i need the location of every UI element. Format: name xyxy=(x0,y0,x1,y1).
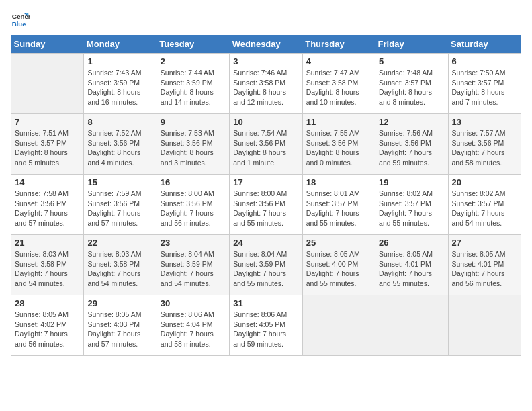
day-info: Sunrise: 7:53 AM Sunset: 3:56 PM Dayligh… xyxy=(161,128,226,168)
day-cell xyxy=(375,295,448,356)
day-number: 7 xyxy=(15,117,80,127)
day-info: Sunrise: 7:43 AM Sunset: 3:59 PM Dayligh… xyxy=(87,68,152,107)
day-info: Sunrise: 8:02 AM Sunset: 3:57 PM Dayligh… xyxy=(452,189,517,228)
day-number: 9 xyxy=(161,117,226,127)
day-number: 25 xyxy=(306,238,371,248)
day-cell: 10Sunrise: 7:54 AM Sunset: 3:56 PM Dayli… xyxy=(230,114,302,175)
day-number: 16 xyxy=(161,177,226,187)
day-cell: 9Sunrise: 7:53 AM Sunset: 3:56 PM Daylig… xyxy=(157,114,229,175)
header-cell-sunday: Sunday xyxy=(11,35,84,54)
day-info: Sunrise: 8:06 AM Sunset: 4:05 PM Dayligh… xyxy=(233,310,298,349)
day-info: Sunrise: 7:48 AM Sunset: 3:57 PM Dayligh… xyxy=(379,68,444,107)
day-cell: 29Sunrise: 8:05 AM Sunset: 4:03 PM Dayli… xyxy=(84,295,157,356)
day-cell: 31Sunrise: 8:06 AM Sunset: 4:05 PM Dayli… xyxy=(230,295,302,356)
day-info: Sunrise: 8:04 AM Sunset: 3:59 PM Dayligh… xyxy=(161,249,226,289)
week-row-5: 28Sunrise: 8:05 AM Sunset: 4:02 PM Dayli… xyxy=(11,295,521,356)
day-cell: 3Sunrise: 7:46 AM Sunset: 3:58 PM Daylig… xyxy=(230,54,302,114)
header-cell-wednesday: Wednesday xyxy=(230,35,302,54)
day-number: 31 xyxy=(233,298,298,308)
day-cell: 18Sunrise: 8:01 AM Sunset: 3:57 PM Dayli… xyxy=(302,175,375,235)
day-number: 28 xyxy=(15,298,80,308)
day-cell: 22Sunrise: 8:03 AM Sunset: 3:58 PM Dayli… xyxy=(84,235,157,295)
day-cell: 27Sunrise: 8:05 AM Sunset: 4:01 PM Dayli… xyxy=(448,235,521,295)
day-info: Sunrise: 7:56 AM Sunset: 3:56 PM Dayligh… xyxy=(379,128,444,168)
day-info: Sunrise: 8:03 AM Sunset: 3:58 PM Dayligh… xyxy=(15,249,80,289)
day-info: Sunrise: 8:01 AM Sunset: 3:57 PM Dayligh… xyxy=(306,189,371,228)
calendar-header: SundayMondayTuesdayWednesdayThursdayFrid… xyxy=(11,35,521,54)
day-cell: 28Sunrise: 8:05 AM Sunset: 4:02 PM Dayli… xyxy=(11,295,84,356)
day-cell: 20Sunrise: 8:02 AM Sunset: 3:57 PM Dayli… xyxy=(448,175,521,235)
day-number: 22 xyxy=(87,238,152,248)
header-cell-friday: Friday xyxy=(375,35,448,54)
day-number: 2 xyxy=(161,56,226,66)
day-cell: 17Sunrise: 8:00 AM Sunset: 3:56 PM Dayli… xyxy=(230,175,302,235)
day-number: 6 xyxy=(452,56,517,66)
day-info: Sunrise: 8:05 AM Sunset: 4:02 PM Dayligh… xyxy=(15,310,80,349)
day-info: Sunrise: 8:05 AM Sunset: 4:01 PM Dayligh… xyxy=(379,249,444,289)
day-number: 27 xyxy=(452,238,517,248)
day-info: Sunrise: 7:57 AM Sunset: 3:56 PM Dayligh… xyxy=(452,128,517,168)
day-number: 11 xyxy=(306,117,371,127)
day-info: Sunrise: 8:00 AM Sunset: 3:56 PM Dayligh… xyxy=(161,189,226,228)
day-number: 4 xyxy=(306,56,371,66)
header-cell-thursday: Thursday xyxy=(302,35,375,54)
day-number: 10 xyxy=(233,117,298,127)
day-cell: 8Sunrise: 7:52 AM Sunset: 3:56 PM Daylig… xyxy=(84,114,157,175)
day-cell: 25Sunrise: 8:05 AM Sunset: 4:00 PM Dayli… xyxy=(302,235,375,295)
day-info: Sunrise: 7:52 AM Sunset: 3:56 PM Dayligh… xyxy=(87,128,152,168)
day-cell: 21Sunrise: 8:03 AM Sunset: 3:58 PM Dayli… xyxy=(11,235,84,295)
day-number: 13 xyxy=(452,117,517,127)
day-info: Sunrise: 8:03 AM Sunset: 3:58 PM Dayligh… xyxy=(87,249,152,289)
day-info: Sunrise: 7:59 AM Sunset: 3:56 PM Dayligh… xyxy=(87,189,152,228)
day-info: Sunrise: 7:58 AM Sunset: 3:56 PM Dayligh… xyxy=(15,189,80,228)
day-cell xyxy=(11,54,84,114)
header-row: SundayMondayTuesdayWednesdayThursdayFrid… xyxy=(11,35,521,54)
day-cell: 15Sunrise: 7:59 AM Sunset: 3:56 PM Dayli… xyxy=(84,175,157,235)
day-cell: 2Sunrise: 7:44 AM Sunset: 3:59 PM Daylig… xyxy=(157,54,229,114)
day-number: 17 xyxy=(233,177,298,187)
day-cell: 7Sunrise: 7:51 AM Sunset: 3:57 PM Daylig… xyxy=(11,114,84,175)
day-cell: 12Sunrise: 7:56 AM Sunset: 3:56 PM Dayli… xyxy=(375,114,448,175)
day-cell: 30Sunrise: 8:06 AM Sunset: 4:04 PM Dayli… xyxy=(157,295,229,356)
logo-icon: General Blue xyxy=(11,11,30,30)
day-cell: 24Sunrise: 8:04 AM Sunset: 3:59 PM Dayli… xyxy=(230,235,302,295)
day-info: Sunrise: 7:55 AM Sunset: 3:56 PM Dayligh… xyxy=(306,128,371,168)
day-number: 8 xyxy=(87,117,152,127)
day-number: 12 xyxy=(379,117,444,127)
header: General Blue xyxy=(11,11,521,30)
day-cell: 4Sunrise: 7:47 AM Sunset: 3:58 PM Daylig… xyxy=(302,54,375,114)
day-info: Sunrise: 7:44 AM Sunset: 3:59 PM Dayligh… xyxy=(161,68,226,107)
day-cell: 11Sunrise: 7:55 AM Sunset: 3:56 PM Dayli… xyxy=(302,114,375,175)
day-info: Sunrise: 8:00 AM Sunset: 3:56 PM Dayligh… xyxy=(233,189,298,228)
calendar-table: SundayMondayTuesdayWednesdayThursdayFrid… xyxy=(11,35,521,356)
day-number: 15 xyxy=(87,177,152,187)
day-number: 3 xyxy=(233,56,298,66)
day-number: 19 xyxy=(379,177,444,187)
day-cell: 13Sunrise: 7:57 AM Sunset: 3:56 PM Dayli… xyxy=(448,114,521,175)
week-row-3: 14Sunrise: 7:58 AM Sunset: 3:56 PM Dayli… xyxy=(11,175,521,235)
day-info: Sunrise: 7:51 AM Sunset: 3:57 PM Dayligh… xyxy=(15,128,80,168)
day-number: 21 xyxy=(15,238,80,248)
day-info: Sunrise: 8:04 AM Sunset: 3:59 PM Dayligh… xyxy=(233,249,298,289)
day-number: 26 xyxy=(379,238,444,248)
day-cell xyxy=(302,295,375,356)
day-number: 24 xyxy=(233,238,298,248)
day-info: Sunrise: 7:47 AM Sunset: 3:58 PM Dayligh… xyxy=(306,68,371,107)
day-info: Sunrise: 8:05 AM Sunset: 4:00 PM Dayligh… xyxy=(306,249,371,289)
week-row-1: 1Sunrise: 7:43 AM Sunset: 3:59 PM Daylig… xyxy=(11,54,521,114)
day-number: 14 xyxy=(15,177,80,187)
header-cell-tuesday: Tuesday xyxy=(157,35,229,54)
header-cell-monday: Monday xyxy=(84,35,157,54)
day-info: Sunrise: 8:06 AM Sunset: 4:04 PM Dayligh… xyxy=(161,310,226,349)
day-info: Sunrise: 7:54 AM Sunset: 3:56 PM Dayligh… xyxy=(233,128,298,168)
day-number: 18 xyxy=(306,177,371,187)
day-number: 5 xyxy=(379,56,444,66)
day-number: 20 xyxy=(452,177,517,187)
day-cell: 6Sunrise: 7:50 AM Sunset: 3:57 PM Daylig… xyxy=(448,54,521,114)
day-cell: 16Sunrise: 8:00 AM Sunset: 3:56 PM Dayli… xyxy=(157,175,229,235)
header-cell-saturday: Saturday xyxy=(448,35,521,54)
day-cell: 26Sunrise: 8:05 AM Sunset: 4:01 PM Dayli… xyxy=(375,235,448,295)
day-cell: 14Sunrise: 7:58 AM Sunset: 3:56 PM Dayli… xyxy=(11,175,84,235)
day-cell: 1Sunrise: 7:43 AM Sunset: 3:59 PM Daylig… xyxy=(84,54,157,114)
day-number: 1 xyxy=(87,56,152,66)
